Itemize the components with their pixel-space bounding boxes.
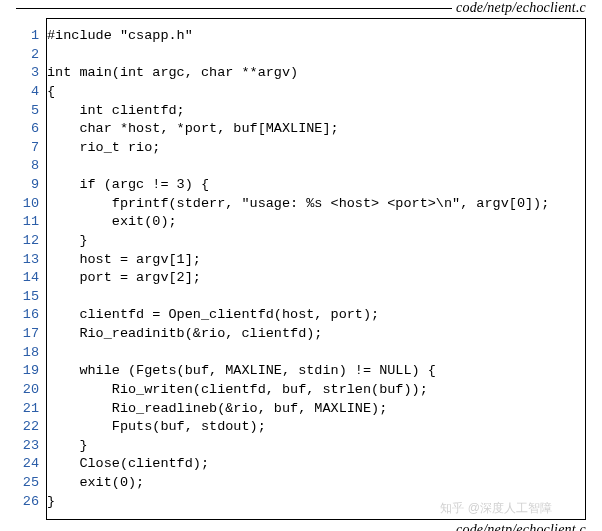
code-line: 11 exit(0); — [47, 213, 581, 232]
code-line: 19 while (Fgets(buf, MAXLINE, stdin) != … — [47, 362, 581, 381]
code-text: exit(0); — [47, 213, 581, 232]
code-line: 24 Close(clientfd); — [47, 455, 581, 474]
code-line: 14 port = argv[2]; — [47, 269, 581, 288]
footer-path-row: code/netp/echoclient.c — [16, 522, 586, 531]
line-number: 9 — [9, 176, 39, 195]
footer-path: code/netp/echoclient.c — [456, 522, 586, 531]
code-text: } — [47, 437, 581, 456]
line-number: 14 — [9, 269, 39, 288]
header-path: code/netp/echoclient.c — [456, 0, 586, 16]
line-number: 10 — [9, 195, 39, 214]
code-text — [47, 288, 581, 307]
code-line: 22 Fputs(buf, stdout); — [47, 418, 581, 437]
code-line: 3int main(int argc, char **argv) — [47, 64, 581, 83]
line-number: 7 — [9, 139, 39, 158]
line-number: 20 — [9, 381, 39, 400]
code-text: Rio_readinitb(&rio, clientfd); — [47, 325, 581, 344]
code-text: } — [47, 232, 581, 251]
code-line: 21 Rio_readlineb(&rio, buf, MAXLINE); — [47, 400, 581, 419]
code-text — [47, 344, 581, 363]
header-path-row: code/netp/echoclient.c — [16, 0, 586, 16]
code-line: 18 — [47, 344, 581, 363]
line-number: 11 — [9, 213, 39, 232]
line-number: 5 — [9, 102, 39, 121]
line-number: 22 — [9, 418, 39, 437]
code-line: 13 host = argv[1]; — [47, 251, 581, 270]
code-box: 1#include "csapp.h"23int main(int argc, … — [46, 18, 586, 520]
code-text: rio_t rio; — [47, 139, 581, 158]
code-line: 17 Rio_readinitb(&rio, clientfd); — [47, 325, 581, 344]
code-text: port = argv[2]; — [47, 269, 581, 288]
code-text: Fputs(buf, stdout); — [47, 418, 581, 437]
line-number: 4 — [9, 83, 39, 102]
code-text: while (Fgets(buf, MAXLINE, stdin) != NUL… — [47, 362, 581, 381]
code-line: 9 if (argc != 3) { — [47, 176, 581, 195]
line-number: 24 — [9, 455, 39, 474]
line-number: 19 — [9, 362, 39, 381]
code-line: 25 exit(0); — [47, 474, 581, 493]
code-line: 6 char *host, *port, buf[MAXLINE]; — [47, 120, 581, 139]
code-listing-container: code/netp/echoclient.c 1#include "csapp.… — [0, 0, 602, 531]
code-line: 12 } — [47, 232, 581, 251]
code-line: 16 clientfd = Open_clientfd(host, port); — [47, 306, 581, 325]
code-line: 15 — [47, 288, 581, 307]
code-line: 1#include "csapp.h" — [47, 27, 581, 46]
code-line: 8 — [47, 157, 581, 176]
code-text: Rio_writen(clientfd, buf, strlen(buf)); — [47, 381, 581, 400]
line-number: 8 — [9, 157, 39, 176]
code-text: { — [47, 83, 581, 102]
line-number: 25 — [9, 474, 39, 493]
line-number: 3 — [9, 64, 39, 83]
code-text: exit(0); — [47, 474, 581, 493]
code-text: if (argc != 3) { — [47, 176, 581, 195]
code-line: 7 rio_t rio; — [47, 139, 581, 158]
code-line: 10 fprintf(stderr, "usage: %s <host> <po… — [47, 195, 581, 214]
line-number: 17 — [9, 325, 39, 344]
line-number: 15 — [9, 288, 39, 307]
code-text: host = argv[1]; — [47, 251, 581, 270]
code-text: } — [47, 493, 581, 512]
code-text: clientfd = Open_clientfd(host, port); — [47, 306, 581, 325]
line-number: 1 — [9, 27, 39, 46]
code-text: Rio_readlineb(&rio, buf, MAXLINE); — [47, 400, 581, 419]
code-line: 2 — [47, 46, 581, 65]
code-line: 23 } — [47, 437, 581, 456]
line-number: 26 — [9, 493, 39, 512]
line-number: 2 — [9, 46, 39, 65]
line-number: 12 — [9, 232, 39, 251]
code-line: 4{ — [47, 83, 581, 102]
line-number: 18 — [9, 344, 39, 363]
code-line: 20 Rio_writen(clientfd, buf, strlen(buf)… — [47, 381, 581, 400]
code-text: Close(clientfd); — [47, 455, 581, 474]
header-rule — [16, 8, 452, 9]
code-text — [47, 157, 581, 176]
line-number: 16 — [9, 306, 39, 325]
line-number: 21 — [9, 400, 39, 419]
line-number: 23 — [9, 437, 39, 456]
code-line: 5 int clientfd; — [47, 102, 581, 121]
code-line: 26} — [47, 493, 581, 512]
code-text: #include "csapp.h" — [47, 27, 581, 46]
code-text: char *host, *port, buf[MAXLINE]; — [47, 120, 581, 139]
line-number: 6 — [9, 120, 39, 139]
line-number: 13 — [9, 251, 39, 270]
code-text — [47, 46, 581, 65]
code-text: int clientfd; — [47, 102, 581, 121]
code-text: int main(int argc, char **argv) — [47, 64, 581, 83]
code-text: fprintf(stderr, "usage: %s <host> <port>… — [47, 195, 581, 214]
